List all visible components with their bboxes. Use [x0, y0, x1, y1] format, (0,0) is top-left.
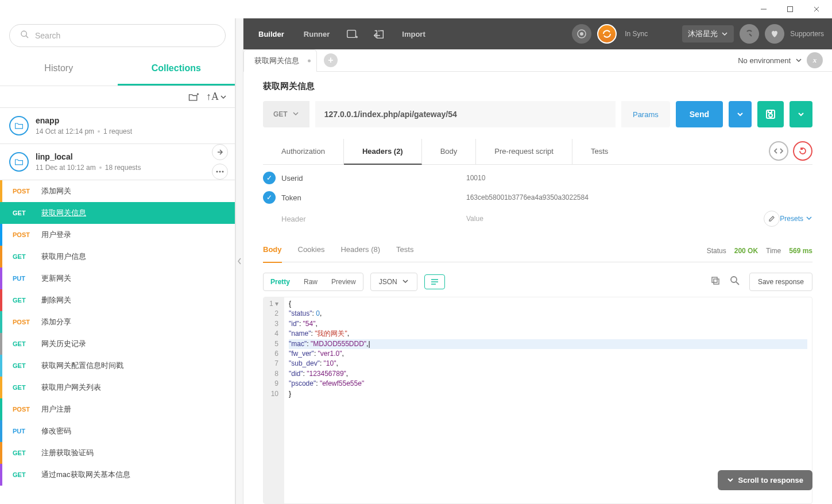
tab-headers[interactable]: Headers (2)	[344, 139, 422, 165]
interceptor-icon[interactable]	[572, 24, 591, 44]
collection-item[interactable]: enapp 14 Oct at 12:14 pm1 request	[0, 108, 235, 144]
add-tab-button[interactable]: +	[324, 53, 338, 67]
view-pretty[interactable]: Pretty	[264, 273, 297, 290]
request-item[interactable]: GET获取网关信息	[0, 202, 235, 224]
chevron-down-icon	[721, 30, 728, 38]
tab-history[interactable]: History	[0, 53, 118, 86]
check-icon[interactable]: ✓	[263, 191, 276, 204]
heart-icon[interactable]	[765, 24, 784, 44]
folder-icon	[9, 116, 29, 135]
import-icon[interactable]	[369, 24, 389, 44]
header-key[interactable]: Token	[281, 193, 466, 202]
header-key[interactable]: Userid	[281, 174, 466, 183]
reset-icon[interactable]	[793, 141, 812, 161]
format-picker[interactable]: JSON	[370, 273, 417, 291]
request-item[interactable]: GET获取用户信息	[0, 246, 235, 267]
search-response-icon[interactable]	[730, 276, 740, 288]
resp-tab-cookies[interactable]: Cookies	[298, 245, 325, 256]
share-icon[interactable]	[212, 144, 228, 160]
tab-collections[interactable]: Collections	[118, 53, 235, 86]
header-row[interactable]: ✓ Userid 10010	[263, 168, 812, 188]
new-window-icon[interactable]	[342, 24, 363, 44]
user-menu[interactable]: 沐浴星光	[682, 25, 734, 42]
tab-prerequest[interactable]: Pre-request script	[476, 139, 572, 164]
collection-meta: 11 Dec at 10:12 am18 requests	[36, 164, 141, 172]
header-value[interactable]: 10010	[466, 174, 812, 182]
copy-icon[interactable]	[710, 276, 721, 288]
tab-builder[interactable]: Builder	[251, 30, 291, 38]
svg-point-19	[769, 114, 772, 117]
request-label: 获取用户信息	[41, 251, 86, 262]
request-item[interactable]: GET通过mac获取网关基本信息	[0, 464, 235, 486]
request-item[interactable]: POST添加网关	[0, 180, 235, 202]
maximize-button[interactable]	[777, 0, 803, 18]
tab-authorization[interactable]: Authorization	[263, 139, 344, 164]
collection-item[interactable]: linp_local 11 Dec at 10:12 am18 requests	[0, 144, 235, 180]
minimize-button[interactable]	[750, 0, 777, 18]
collection-name: enapp	[36, 116, 132, 125]
header-key-placeholder[interactable]: Header	[281, 215, 466, 223]
request-item[interactable]: POST添加分享	[0, 311, 235, 333]
svg-point-9	[219, 171, 221, 173]
environment-picker[interactable]: No environment x	[738, 52, 823, 68]
tab-runner[interactable]: Runner	[297, 30, 337, 38]
request-item[interactable]: GET删除网关	[0, 289, 235, 311]
close-button[interactable]	[803, 0, 830, 18]
request-tab-active[interactable]: 获取网关信息	[243, 49, 317, 72]
header-row-new[interactable]: ✓ Header Value Presets	[263, 207, 812, 230]
request-method: PUT	[13, 428, 36, 435]
request-item[interactable]: GET获取用户网关列表	[0, 377, 235, 398]
tab-tests[interactable]: Tests	[572, 139, 626, 164]
sidebar: History Collections ↑A enapp 14 Oct at 1…	[0, 18, 235, 504]
url-input[interactable]	[315, 101, 616, 127]
env-quicklook-icon[interactable]: x	[807, 52, 823, 68]
search-box[interactable]	[9, 24, 226, 47]
send-dropdown[interactable]	[729, 101, 752, 127]
request-item[interactable]: GET网关历史记录	[0, 333, 235, 355]
request-item[interactable]: POST用户登录	[0, 224, 235, 246]
response-tabs: Body Cookies Headers (8) Tests Status 20…	[263, 245, 812, 262]
params-button[interactable]: Params	[621, 101, 670, 127]
import-label[interactable]: Import	[395, 30, 432, 38]
save-response-button[interactable]: Save response	[749, 273, 812, 291]
request-tabbar: 获取网关信息 + No environment x	[243, 49, 832, 72]
resp-tab-body[interactable]: Body	[263, 245, 282, 263]
request-method: PUT	[13, 275, 36, 282]
edit-icon[interactable]	[764, 211, 780, 227]
splitter-handle[interactable]	[235, 18, 243, 504]
request-item[interactable]: PUT修改密码	[0, 420, 235, 442]
save-dropdown[interactable]	[790, 101, 812, 127]
collection-meta: 14 Oct at 12:14 pm1 request	[36, 127, 132, 135]
save-button[interactable]	[757, 101, 784, 127]
header-row[interactable]: ✓ Token 163ceb58001b3776ea4a9350a3022584	[263, 188, 812, 207]
sync-icon[interactable]	[597, 24, 617, 44]
request-label: 通过mac获取网关基本信息	[41, 470, 130, 480]
supporters-label: Supporters	[790, 30, 824, 38]
search-icon	[20, 30, 29, 41]
send-button[interactable]: Send	[676, 101, 723, 127]
user-name: 沐浴星光	[688, 29, 718, 39]
more-icon[interactable]	[212, 164, 228, 180]
scroll-to-response-button[interactable]: Scroll to response	[718, 470, 812, 490]
resp-tab-tests[interactable]: Tests	[396, 245, 413, 256]
request-item[interactable]: GET注册获取验证码	[0, 442, 235, 464]
add-collection-icon[interactable]	[188, 91, 199, 103]
header-value[interactable]: 163ceb58001b3776ea4a9350a3022584	[466, 193, 812, 201]
method-picker[interactable]: GET	[263, 101, 309, 127]
code-icon[interactable]	[769, 141, 788, 161]
header-value-placeholder[interactable]: Value	[466, 215, 764, 223]
presets-button[interactable]: Presets	[780, 215, 812, 223]
request-label: 网关历史记录	[41, 339, 86, 349]
view-raw[interactable]: Raw	[297, 273, 324, 290]
settings-icon[interactable]	[740, 24, 759, 44]
tab-body[interactable]: Body	[422, 139, 477, 164]
sort-icon[interactable]: ↑A	[206, 91, 227, 103]
request-item[interactable]: PUT更新网关	[0, 267, 235, 289]
search-input[interactable]	[35, 31, 215, 40]
resp-tab-headers[interactable]: Headers (8)	[340, 245, 380, 256]
check-icon[interactable]: ✓	[263, 172, 276, 184]
view-preview[interactable]: Preview	[324, 273, 363, 290]
request-item[interactable]: GET获取网关配置信息时间戳	[0, 355, 235, 377]
wrap-lines-icon[interactable]	[424, 274, 445, 289]
request-item[interactable]: POST用户注册	[0, 398, 235, 420]
